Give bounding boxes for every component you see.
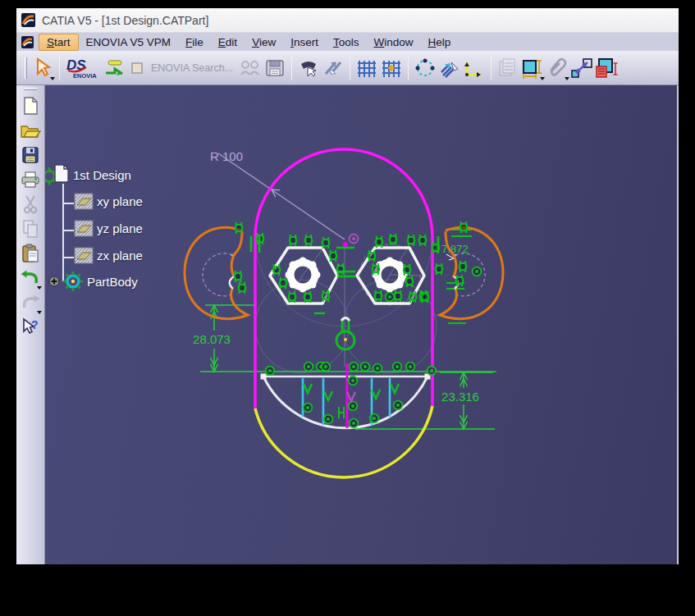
tree-root-label[interactable]: 1st Design: [73, 168, 131, 182]
animate-constraint-icon[interactable]: [569, 55, 594, 81]
plane-icon: [74, 247, 94, 264]
tree-item-label[interactable]: xy plane: [97, 194, 143, 208]
main-row: ?: [16, 85, 679, 564]
menu-item-tools[interactable]: Tools: [326, 34, 367, 50]
new-document-icon[interactable]: [19, 94, 42, 118]
partbody-gear-icon: [62, 271, 84, 292]
profile-corner-icon[interactable]: [462, 55, 487, 81]
head-center-marker[interactable]: [343, 235, 359, 248]
open-folder-icon[interactable]: [19, 118, 42, 143]
whats-this-icon[interactable]: ?: [19, 315, 42, 340]
undo-icon[interactable]: [19, 266, 42, 290]
screenshot-stage: CATIA V5 - [1st Design.CATPart] Start EN…: [0, 0, 695, 616]
window-title: CATIA V5 - [1st Design.CATPart]: [42, 14, 208, 27]
mouth[interactable]: [261, 363, 431, 428]
toolbar-separator: [59, 56, 60, 80]
enovia-search-checkbox[interactable]: [126, 55, 148, 81]
sheets-icon: [496, 55, 520, 81]
redo-icon: [19, 290, 42, 315]
tree-stub: [62, 203, 74, 204]
grid-icon[interactable]: [354, 55, 379, 81]
nose-center-point[interactable]: [344, 338, 347, 341]
tree-node-yz-plane[interactable]: yz plane: [74, 220, 143, 237]
tree-node-partbody[interactable]: PartBody: [48, 271, 138, 292]
connect-icon[interactable]: [296, 55, 321, 81]
snap-to-grid-icon[interactable]: [379, 55, 404, 81]
tree-stub: [62, 257, 74, 258]
menu-item-window[interactable]: Window: [366, 34, 420, 50]
toolbar-separator: [350, 56, 350, 80]
cut-icon: [19, 192, 42, 217]
dimension-mouth-depth-text[interactable]: 23.316: [441, 390, 479, 404]
menu-item-help[interactable]: Help: [420, 34, 458, 50]
tree-node-root[interactable]: 1st Design: [45, 164, 131, 185]
tree-item-label[interactable]: PartBody: [87, 275, 138, 289]
expand-plus-icon[interactable]: [48, 276, 60, 287]
menu-bar: Start ENOVIA V5 VPM File Edit View Inser…: [16, 33, 679, 51]
workbench-arrow-icon[interactable]: [102, 55, 126, 81]
dimension-ear-height-text[interactable]: 28.073: [193, 332, 231, 346]
print-icon[interactable]: [19, 167, 42, 192]
exchange-arrows-icon[interactable]: [321, 55, 345, 81]
save-icon[interactable]: [19, 143, 42, 167]
select-cursor-icon[interactable]: [30, 55, 55, 81]
standard-vertical-toolbar: ?: [16, 85, 45, 564]
menu-item-insert[interactable]: Insert: [283, 34, 326, 50]
catia-window: CATIA V5 - [1st Design.CATPart] Start EN…: [16, 8, 679, 564]
select-dropdown-arrow[interactable]: [50, 77, 55, 80]
document-logo-icon[interactable]: [21, 36, 34, 48]
main-toolbar: DS ENOVIA ENOVIA Search...: [16, 51, 679, 85]
enovia-search-label[interactable]: ENOVIA Search...: [151, 62, 233, 74]
users-icon: [238, 55, 263, 81]
construction-geometry: [203, 149, 485, 373]
copy-icon: [19, 217, 42, 241]
menu-item-view[interactable]: View: [245, 34, 283, 50]
tree-branch-line: [62, 184, 64, 281]
redo-dropdown-arrow[interactable]: [37, 311, 42, 314]
tree-stub: [62, 230, 74, 231]
plane-icon: [74, 193, 94, 210]
monkey-face-sketch: 28.073 23.316 R 100: [45, 85, 677, 564]
vertical-constraints[interactable]: [304, 384, 399, 418]
catia-logo-icon: [21, 13, 35, 27]
ds-enovia-logo-icon[interactable]: DS ENOVIA: [64, 55, 102, 81]
vtoolbar-grip[interactable]: [24, 88, 37, 90]
paste-icon[interactable]: [19, 241, 42, 266]
horizontal-constraint-icon[interactable]: [339, 407, 344, 418]
menu-item-edit[interactable]: Edit: [211, 34, 245, 50]
toolbar-separator: [491, 56, 492, 80]
sketcher-canvas[interactable]: 28.073 23.316 R 100: [45, 85, 677, 564]
tree-item-label[interactable]: zx plane: [97, 249, 143, 262]
toolbar-grip[interactable]: [25, 57, 27, 79]
menu-item-file[interactable]: File: [178, 34, 211, 50]
tree-item-label[interactable]: yz plane: [97, 221, 143, 235]
toolbar-separator: [408, 56, 409, 80]
menu-item-start[interactable]: Start: [39, 34, 79, 51]
right-ear[interactable]: [440, 227, 503, 318]
diagnostics-icon[interactable]: [437, 55, 462, 81]
edit-multiconstraint-icon[interactable]: [594, 55, 619, 81]
mouth-left-endpoint[interactable]: [261, 374, 267, 380]
dimension-box-icon[interactable]: [520, 55, 545, 81]
dimension-head-radius-text[interactable]: R 100: [210, 149, 243, 163]
menu-item-enovia-v5-vpm[interactable]: ENOVIA V5 VPM: [79, 34, 179, 50]
vault-save-icon[interactable]: [263, 55, 287, 81]
toolbar-separator: [291, 56, 292, 80]
sketch-solving-icon[interactable]: [413, 55, 437, 81]
plane-icon: [74, 220, 94, 237]
constraint-clip-icon[interactable]: [545, 55, 569, 81]
tree-node-zx-plane[interactable]: zx plane: [74, 247, 143, 264]
svg-text:?: ?: [31, 318, 39, 331]
title-bar: CATIA V5 - [1st Design.CATPart]: [16, 8, 679, 33]
undo-dropdown-arrow[interactable]: [37, 286, 42, 290]
tree-node-xy-plane[interactable]: xy plane: [74, 193, 143, 210]
svg-text:ENOVIA: ENOVIA: [73, 72, 97, 80]
part-icon: [45, 164, 70, 185]
